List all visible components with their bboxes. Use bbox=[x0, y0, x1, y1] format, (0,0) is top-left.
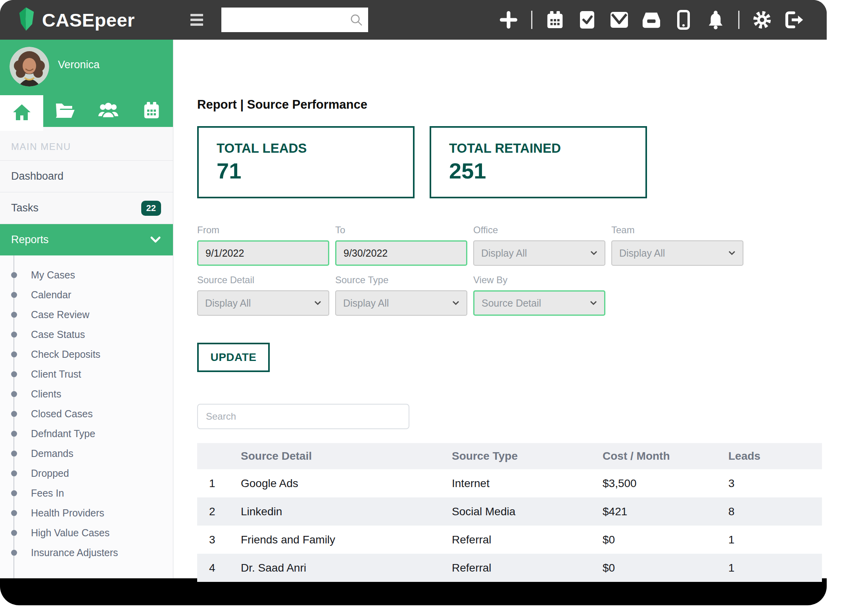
row-number: 1 bbox=[197, 469, 241, 497]
update-button[interactable]: UPDATE bbox=[197, 343, 270, 372]
submenu-item-insurance-adjusters[interactable]: Insurance Adjusters bbox=[0, 543, 173, 562]
view-by-select[interactable]: Source Detail bbox=[473, 290, 605, 316]
source-detail-select[interactable]: Display All bbox=[197, 290, 329, 316]
source-performance-table: Source Detail Source Type Cost / Month L… bbox=[197, 443, 822, 582]
row-number: 3 bbox=[197, 526, 241, 554]
chevron-down-icon bbox=[150, 234, 161, 246]
bullet-icon bbox=[11, 490, 17, 496]
app-window: CASEpeer bbox=[0, 0, 827, 605]
main-content: Report | Source Performance TOTAL LEADS … bbox=[173, 40, 827, 578]
logo-text: CASEpeer bbox=[42, 9, 135, 31]
user-avatar bbox=[10, 47, 49, 86]
team-select[interactable]: Display All bbox=[611, 240, 743, 266]
from-date-input[interactable] bbox=[197, 240, 329, 266]
submenu-item-case-status[interactable]: Case Status bbox=[0, 324, 173, 344]
team-label: Team bbox=[611, 225, 743, 236]
search-icon bbox=[349, 13, 363, 29]
calendar-icon[interactable] bbox=[545, 10, 564, 29]
submenu-label: Defndant Type bbox=[31, 428, 95, 439]
submenu-item-dropped[interactable]: Dropped bbox=[0, 463, 173, 483]
submenu-item-clients[interactable]: Clients bbox=[0, 384, 173, 404]
nav-tab-contacts[interactable] bbox=[86, 95, 130, 127]
submenu-item-closed-cases[interactable]: Closed Cases bbox=[0, 404, 173, 424]
submenu-item-check-deposits[interactable]: Check Deposits bbox=[0, 344, 173, 364]
user-profile: Veronica bbox=[0, 40, 173, 95]
nav-tab-calendar[interactable] bbox=[130, 95, 173, 127]
submenu-item-defndant-type[interactable]: Defndant Type bbox=[0, 424, 173, 443]
submenu-item-demands[interactable]: Demands bbox=[0, 443, 173, 463]
bullet-icon bbox=[11, 530, 17, 536]
mail-icon[interactable] bbox=[610, 10, 629, 29]
source-detail-select-value: Display All bbox=[205, 297, 251, 309]
sidebar-nav-tabs bbox=[0, 95, 173, 127]
sidebar: Veronica bbox=[0, 40, 173, 578]
cell-cost-month: $3,500 bbox=[603, 469, 728, 497]
bullet-icon bbox=[11, 371, 17, 377]
sidebar-item-dashboard[interactable]: Dashboard bbox=[0, 160, 173, 192]
submenu-item-fees-in[interactable]: Fees In bbox=[0, 483, 173, 503]
global-search-input[interactable] bbox=[221, 8, 368, 32]
filter-office: Office Display All bbox=[473, 225, 605, 266]
cell-source-detail: Dr. Saad Anri bbox=[241, 554, 452, 582]
submenu-label: Case Status bbox=[31, 329, 85, 340]
source-type-select-value: Display All bbox=[343, 297, 389, 309]
calendar-icon bbox=[143, 102, 160, 121]
sidebar-item-label: Dashboard bbox=[11, 170, 63, 182]
settings-gear-icon[interactable] bbox=[753, 10, 772, 29]
submenu-label: Demands bbox=[31, 448, 73, 459]
filter-team: Team Display All bbox=[611, 225, 743, 266]
nav-tab-cases[interactable] bbox=[43, 95, 86, 127]
cell-source-detail: Linkedin bbox=[241, 497, 452, 526]
view-by-label: View By bbox=[473, 274, 605, 286]
submenu-item-client-trust[interactable]: Client Trust bbox=[0, 364, 173, 384]
from-label: From bbox=[197, 225, 329, 236]
bullet-icon bbox=[11, 312, 17, 318]
bullet-icon bbox=[11, 292, 17, 298]
tasks-count-badge: 22 bbox=[141, 201, 161, 216]
menu-hamburger-icon[interactable] bbox=[190, 14, 203, 26]
notifications-bell-icon[interactable] bbox=[706, 10, 725, 29]
logout-icon[interactable] bbox=[785, 10, 804, 29]
mobile-phone-icon[interactable] bbox=[674, 10, 693, 29]
col-source-detail: Source Detail bbox=[241, 443, 452, 469]
table-header-row: Source Detail Source Type Cost / Month L… bbox=[197, 443, 822, 469]
chevron-down-icon bbox=[728, 251, 735, 255]
table-search-input[interactable] bbox=[197, 404, 409, 429]
nav-tab-home[interactable] bbox=[0, 95, 43, 131]
source-type-select[interactable]: Display All bbox=[335, 290, 467, 316]
casepeer-logo: CASEpeer bbox=[17, 7, 135, 33]
submenu-item-case-review[interactable]: Case Review bbox=[0, 305, 173, 324]
filter-to: To bbox=[335, 225, 467, 266]
submenu-label: My Cases bbox=[31, 269, 75, 281]
cell-leads: 8 bbox=[728, 497, 822, 526]
filter-from: From bbox=[197, 225, 329, 266]
submenu-item-my-cases[interactable]: My Cases bbox=[0, 265, 173, 285]
inbox-icon[interactable] bbox=[642, 10, 661, 29]
cell-source-type: Social Media bbox=[452, 497, 603, 526]
col-source-type: Source Type bbox=[452, 443, 603, 469]
submenu-label: Health Providers bbox=[31, 507, 104, 519]
table-row: 3 Friends and Family Referral $0 1 bbox=[197, 526, 822, 554]
cell-leads: 1 bbox=[728, 526, 822, 554]
col-leads: Leads bbox=[728, 443, 822, 469]
chevron-down-icon bbox=[314, 301, 321, 305]
table-row: 2 Linkedin Social Media $421 8 bbox=[197, 497, 822, 526]
submenu-label: Dropped bbox=[31, 468, 69, 479]
total-leads-value: 71 bbox=[217, 158, 413, 184]
submenu-item-high-value-cases[interactable]: High Value Cases bbox=[0, 523, 173, 543]
submenu-label: Closed Cases bbox=[31, 408, 93, 420]
sidebar-item-tasks[interactable]: Tasks 22 bbox=[0, 192, 173, 224]
filter-source-detail: Source Detail Display All bbox=[197, 274, 329, 316]
global-search bbox=[221, 8, 368, 32]
submenu-item-calendar[interactable]: Calendar bbox=[0, 285, 173, 305]
to-date-input[interactable] bbox=[335, 240, 467, 266]
bullet-icon bbox=[11, 351, 17, 357]
cell-source-type: Referral bbox=[452, 526, 603, 554]
tasks-check-icon[interactable] bbox=[578, 10, 597, 29]
sidebar-item-reports[interactable]: Reports bbox=[0, 224, 173, 255]
row-number: 2 bbox=[197, 497, 241, 526]
submenu-item-health-providers[interactable]: Health Providers bbox=[0, 503, 173, 523]
add-new-icon[interactable] bbox=[499, 10, 518, 29]
office-select[interactable]: Display All bbox=[473, 240, 605, 266]
submenu-label: Clients bbox=[31, 388, 61, 400]
